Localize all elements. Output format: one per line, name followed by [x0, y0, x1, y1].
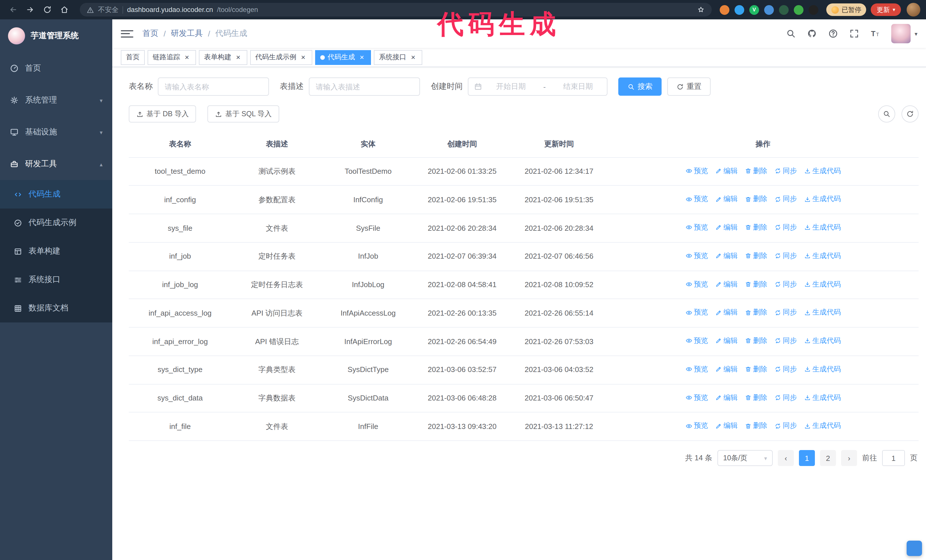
refresh-table-button[interactable]	[902, 106, 918, 122]
toggle-search-button[interactable]	[878, 106, 895, 122]
tab-tracing[interactable]: 链路追踪 ×	[148, 50, 196, 65]
orange-extension-icon[interactable]	[720, 5, 729, 15]
search-button[interactable]: 搜索	[618, 77, 661, 96]
preview-link[interactable]: 预览	[685, 193, 708, 205]
browser-back-button[interactable]	[6, 2, 21, 17]
sidebar-item-devtools[interactable]: 研发工具 ▴	[0, 148, 112, 180]
drop-extension-icon[interactable]	[735, 5, 744, 15]
leaf-extension-icon[interactable]	[794, 5, 803, 15]
edit-link[interactable]: 编辑	[715, 335, 738, 347]
preview-link[interactable]: 预览	[685, 420, 708, 432]
edit-link[interactable]: 编辑	[715, 165, 738, 177]
close-icon[interactable]: ×	[358, 53, 366, 61]
close-icon[interactable]: ×	[409, 53, 417, 61]
close-icon[interactable]: ×	[183, 53, 191, 61]
sidebar-subitem-codegen-demo[interactable]: 代码生成示例	[0, 208, 112, 237]
generate-link[interactable]: 生成代码	[804, 392, 841, 403]
breadcrumb-item[interactable]: 研发工具	[171, 29, 203, 39]
page-button-2[interactable]: 2	[820, 450, 836, 466]
float-button[interactable]	[906, 540, 922, 556]
generate-link[interactable]: 生成代码	[804, 278, 841, 290]
generate-link[interactable]: 生成代码	[804, 250, 841, 262]
address-bar[interactable]: 不安全 dashboard.yudao.iocoder.cn/tool/code…	[80, 3, 712, 17]
table-desc-input[interactable]	[309, 77, 420, 96]
close-icon[interactable]: ×	[234, 53, 242, 61]
browser-home-button[interactable]	[57, 2, 72, 17]
sync-link[interactable]: 同步	[774, 250, 797, 262]
github-icon[interactable]	[807, 29, 817, 39]
page-size-select[interactable]: 10条/页 ▾	[717, 450, 773, 466]
preview-link[interactable]: 预览	[685, 165, 708, 177]
sync-link[interactable]: 同步	[774, 165, 797, 177]
prev-page-button[interactable]: ‹	[778, 450, 794, 466]
close-icon[interactable]: ×	[299, 53, 307, 61]
sidebar-item-infra[interactable]: 基础设施 ▾	[0, 116, 112, 148]
sync-link[interactable]: 同步	[774, 193, 797, 205]
preview-link[interactable]: 预览	[685, 250, 708, 262]
tab-home[interactable]: 首页	[121, 50, 145, 65]
sidebar-subitem-db-doc[interactable]: 数据库文档	[0, 294, 112, 323]
browser-update-button[interactable]: 更新 ▾	[871, 3, 901, 16]
preview-link[interactable]: 预览	[685, 307, 708, 318]
screen-extension-icon[interactable]	[779, 5, 789, 15]
sync-link[interactable]: 同步	[774, 335, 797, 347]
search-icon[interactable]	[786, 29, 796, 39]
generate-link[interactable]: 生成代码	[804, 222, 841, 233]
browser-profile-avatar[interactable]	[906, 3, 920, 17]
sync-link[interactable]: 同步	[774, 307, 797, 318]
delete-link[interactable]: 删除	[744, 307, 767, 318]
delete-link[interactable]: 删除	[744, 392, 767, 403]
generate-link[interactable]: 生成代码	[804, 307, 841, 318]
tab-codegen[interactable]: 代码生成 ×	[315, 50, 371, 65]
edit-link[interactable]: 编辑	[715, 364, 738, 375]
delete-link[interactable]: 删除	[744, 420, 767, 432]
profile-paused-badge[interactable]: 已暂停	[826, 3, 867, 16]
delete-link[interactable]: 删除	[744, 193, 767, 205]
delete-link[interactable]: 删除	[744, 222, 767, 233]
bookmark-star-icon[interactable]	[697, 6, 705, 14]
next-page-button[interactable]: ›	[841, 450, 857, 466]
sidebar-subitem-form-builder[interactable]: 表单构建	[0, 237, 112, 266]
people-extension-icon[interactable]	[764, 5, 774, 15]
browser-forward-button[interactable]	[23, 2, 38, 17]
preview-link[interactable]: 预览	[685, 364, 708, 375]
font-size-icon[interactable]	[870, 29, 881, 39]
generate-link[interactable]: 生成代码	[804, 420, 841, 432]
preview-link[interactable]: 预览	[685, 335, 708, 347]
generate-link[interactable]: 生成代码	[804, 335, 841, 347]
delete-link[interactable]: 删除	[744, 364, 767, 375]
app-logo[interactable]: 芋道管理系统	[0, 20, 112, 53]
preview-link[interactable]: 预览	[685, 278, 708, 290]
goto-page-input[interactable]	[882, 450, 905, 466]
reset-button[interactable]: 重置	[667, 77, 711, 96]
import-sql-button[interactable]: 基于 SQL 导入	[208, 106, 279, 122]
sidebar-subitem-api[interactable]: 系统接口	[0, 266, 112, 294]
tab-api[interactable]: 系统接口 ×	[374, 50, 422, 65]
hamburger-icon[interactable]	[121, 28, 133, 39]
edit-link[interactable]: 编辑	[715, 420, 738, 432]
edit-link[interactable]: 编辑	[715, 222, 738, 233]
preview-link[interactable]: 预览	[685, 222, 708, 233]
sync-link[interactable]: 同步	[774, 420, 797, 432]
sync-link[interactable]: 同步	[774, 222, 797, 233]
sync-link[interactable]: 同步	[774, 278, 797, 290]
tab-form-builder[interactable]: 表单构建 ×	[199, 50, 247, 65]
generate-link[interactable]: 生成代码	[804, 193, 841, 205]
sidebar-item-home[interactable]: 首页	[0, 53, 112, 84]
delete-link[interactable]: 删除	[744, 165, 767, 177]
tab-codegen-demo[interactable]: 代码生成示例 ×	[250, 50, 312, 65]
edit-link[interactable]: 编辑	[715, 307, 738, 318]
user-menu[interactable]: ▾	[891, 24, 917, 43]
preview-link[interactable]: 预览	[685, 392, 708, 403]
edit-link[interactable]: 编辑	[715, 278, 738, 290]
date-range-picker[interactable]: 开始日期 - 结束日期	[468, 77, 607, 96]
delete-link[interactable]: 删除	[744, 278, 767, 290]
edit-link[interactable]: 编辑	[715, 250, 738, 262]
table-name-input[interactable]	[158, 77, 269, 96]
sync-link[interactable]: 同步	[774, 364, 797, 375]
browser-reload-button[interactable]	[40, 2, 55, 17]
knot-extension-icon[interactable]	[809, 5, 818, 15]
sidebar-item-system[interactable]: 系统管理 ▾	[0, 84, 112, 116]
delete-link[interactable]: 删除	[744, 335, 767, 347]
breadcrumb-item[interactable]: 首页	[142, 29, 159, 39]
